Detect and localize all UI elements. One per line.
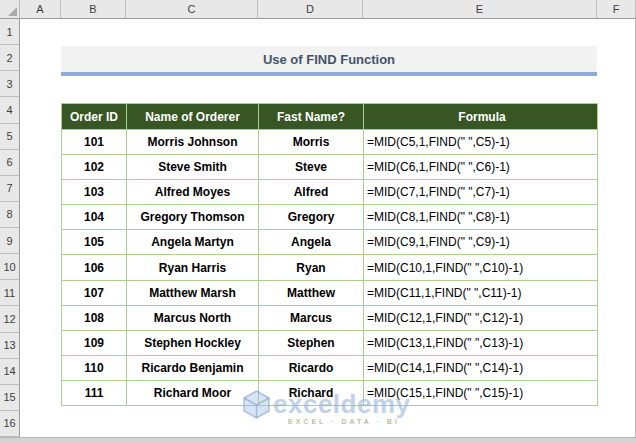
row-header-16[interactable]: 16 [0,411,20,437]
row-header-3[interactable]: 3 [0,71,20,97]
row-header-11[interactable]: 11 [0,280,20,306]
cell-order_id[interactable]: 107 [62,280,127,305]
cell-name[interactable]: Morris Johnson [127,130,259,155]
row-header-2[interactable]: 2 [0,45,20,71]
column-header-D[interactable]: D [258,0,363,18]
cell-name[interactable]: Alfred Moyes [127,180,259,205]
cell-name[interactable]: Stephen Hockley [127,330,259,355]
table-row: 102Steve SmithSteve=MID(C6,1,FIND(" ",C6… [62,155,598,180]
cell-name[interactable]: Richard Moor [127,380,259,405]
cell-fast_name[interactable]: Marcus [259,305,364,330]
title-cell[interactable]: Use of FIND Function [61,46,597,76]
cell-order_id[interactable]: 106 [62,255,127,280]
cell-name[interactable]: Angela Martyn [127,230,259,255]
row-header-6[interactable]: 6 [0,150,20,176]
row-header-5[interactable]: 5 [0,124,20,150]
cell-formula[interactable]: =MID(C5,1,FIND(" ",C5)-1) [364,130,598,155]
spreadsheet: ABCDEF 12345678910111213141516 Use of FI… [0,0,636,443]
cell-fast_name[interactable]: Angela [259,230,364,255]
cell-name[interactable]: Gregory Thomson [127,205,259,230]
page-title: Use of FIND Function [263,52,395,67]
table-body: 101Morris JohnsonMorris=MID(C5,1,FIND(" … [62,130,598,406]
cell-fast_name[interactable]: Matthew [259,280,364,305]
row-header-10[interactable]: 10 [0,254,20,280]
data-table: Order IDName of OrdererFast Name?Formula… [61,103,598,406]
row-header-12[interactable]: 12 [0,306,20,332]
cell-order_id[interactable]: 103 [62,180,127,205]
row-header-14[interactable]: 14 [0,359,20,385]
cell-order_id[interactable]: 108 [62,305,127,330]
column-header-E[interactable]: E [363,0,597,18]
table-row: 104Gregory ThomsonGregory=MID(C8,1,FIND(… [62,205,598,230]
row-header-15[interactable]: 15 [0,385,20,411]
bottom-strip [0,437,636,443]
table-row: 107Matthew MarshMatthew=MID(C11,1,FIND("… [62,280,598,305]
table-row: 109Stephen HockleyStephen=MID(C13,1,FIND… [62,330,598,355]
row-header-7[interactable]: 7 [0,176,20,202]
cell-formula[interactable]: =MID(C7,1,FIND(" ",C7)-1) [364,180,598,205]
column-header-C[interactable]: C [126,0,258,18]
select-all-corner[interactable] [0,0,20,18]
column-header-B[interactable]: B [61,0,126,18]
watermark-tagline: EXCEL · DATA · BI [288,418,400,425]
cell-fast_name[interactable]: Stephen [259,330,364,355]
cell-order_id[interactable]: 104 [62,205,127,230]
row-header-9[interactable]: 9 [0,228,20,254]
table-row: 108Marcus NorthMarcus=MID(C12,1,FIND(" "… [62,305,598,330]
cell-order_id[interactable]: 109 [62,330,127,355]
cell-formula[interactable]: =MID(C10,1,FIND(" ",C10)-1) [364,255,598,280]
table-column-header-fast[interactable]: Fast Name? [259,104,364,130]
cell-formula[interactable]: =MID(C9,1,FIND(" ",C9)-1) [364,230,598,255]
cell-fast_name[interactable]: Richard [259,380,364,405]
cell-fast_name[interactable]: Morris [259,130,364,155]
cell-formula[interactable]: =MID(C8,1,FIND(" ",C8)-1) [364,205,598,230]
cell-fast_name[interactable]: Ryan [259,255,364,280]
table-column-header-formula[interactable]: Formula [364,104,598,130]
cell-name[interactable]: Steve Smith [127,155,259,180]
cell-order_id[interactable]: 101 [62,130,127,155]
row-header-1[interactable]: 1 [0,19,20,45]
table-row: 110Ricardo BenjaminRicardo=MID(C14,1,FIN… [62,355,598,380]
table-column-header-id[interactable]: Order ID [62,104,127,130]
table-row: 111Richard MoorRichard=MID(C15,1,FIND(" … [62,380,598,405]
column-header-F[interactable]: F [597,0,636,18]
cell-name[interactable]: Matthew Marsh [127,280,259,305]
cell-order_id[interactable]: 111 [62,380,127,405]
table-row: 103Alfred MoyesAlfred=MID(C7,1,FIND(" ",… [62,180,598,205]
row-header-4[interactable]: 4 [0,97,20,123]
column-header-A[interactable]: A [20,0,61,18]
cell-name[interactable]: Ryan Harris [127,255,259,280]
cell-order_id[interactable]: 110 [62,355,127,380]
cell-formula[interactable]: =MID(C6,1,FIND(" ",C6)-1) [364,155,598,180]
select-all-triangle-icon [8,7,17,16]
cell-order_id[interactable]: 105 [62,230,127,255]
cell-fast_name[interactable]: Alfred [259,180,364,205]
cell-name[interactable]: Ricardo Benjamin [127,355,259,380]
row-header-13[interactable]: 13 [0,333,20,359]
table-row: 101Morris JohnsonMorris=MID(C5,1,FIND(" … [62,130,598,155]
cell-order_id[interactable]: 102 [62,155,127,180]
table-column-header-name[interactable]: Name of Orderer [127,104,259,130]
cell-formula[interactable]: =MID(C15,1,FIND(" ",C15)-1) [364,380,598,405]
cell-name[interactable]: Marcus North [127,305,259,330]
cell-formula[interactable]: =MID(C12,1,FIND(" ",C12)-1) [364,305,598,330]
column-headers: ABCDEF [0,0,636,19]
row-headers: 12345678910111213141516 [0,19,20,437]
cell-formula[interactable]: =MID(C13,1,FIND(" ",C13)-1) [364,330,598,355]
cell-formula[interactable]: =MID(C14,1,FIND(" ",C14)-1) [364,355,598,380]
row-header-8[interactable]: 8 [0,202,20,228]
table-row: 105Angela MartynAngela=MID(C9,1,FIND(" "… [62,230,598,255]
cell-formula[interactable]: =MID(C11,1,FIND(" ",C11)-1) [364,280,598,305]
cell-fast_name[interactable]: Gregory [259,205,364,230]
cell-fast_name[interactable]: Steve [259,155,364,180]
table-row: 106Ryan HarrisRyan=MID(C10,1,FIND(" ",C1… [62,255,598,280]
table-header-row: Order IDName of OrdererFast Name?Formula [62,104,598,130]
cell-fast_name[interactable]: Ricardo [259,355,364,380]
